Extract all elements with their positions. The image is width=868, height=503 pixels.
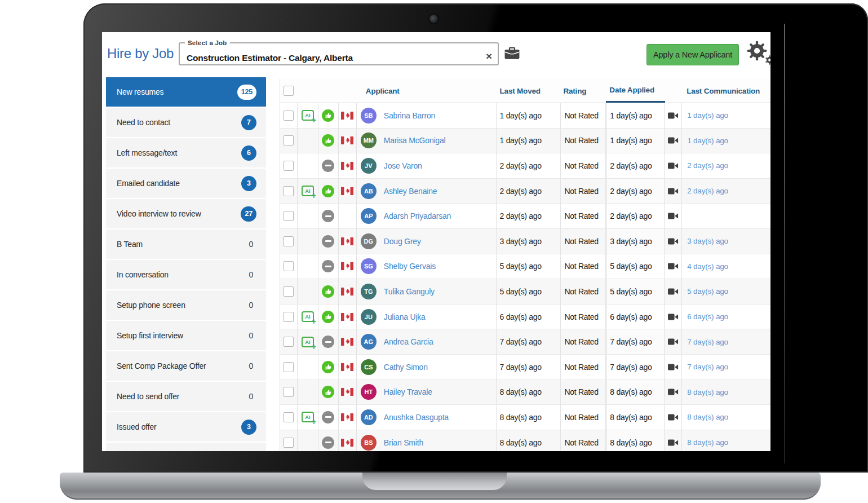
select-all-checkbox[interactable] bbox=[284, 86, 294, 96]
last-communication-link[interactable]: 4 day(s) ago bbox=[682, 262, 728, 271]
thumbs-up-icon[interactable] bbox=[322, 185, 334, 197]
applicant-name-link[interactable]: Jose Varon bbox=[384, 161, 422, 170]
row-checkbox[interactable] bbox=[284, 286, 294, 297]
last-communication-link[interactable]: 1 day(s) ago bbox=[682, 111, 728, 120]
video-camera-icon[interactable] bbox=[668, 237, 679, 245]
minus-icon[interactable] bbox=[322, 235, 334, 248]
row-checkbox[interactable] bbox=[284, 412, 294, 422]
last-communication-link[interactable]: 7 day(s) ago bbox=[682, 363, 728, 371]
last-communication-link[interactable]: 2 day(s) ago bbox=[682, 161, 728, 170]
column-header-last-moved[interactable]: Last Moved bbox=[497, 79, 561, 103]
applicant-name-link[interactable]: Andrea Garcia bbox=[384, 337, 433, 346]
applicant-name-link[interactable]: Juliana Ujka bbox=[384, 312, 426, 321]
clear-x-icon[interactable]: × bbox=[486, 51, 492, 61]
thumbs-up-icon[interactable] bbox=[322, 109, 334, 122]
row-checkbox[interactable] bbox=[284, 161, 294, 171]
thumbs-up-icon[interactable] bbox=[322, 311, 334, 323]
row-checkbox[interactable] bbox=[284, 438, 294, 448]
row-checkbox[interactable] bbox=[284, 211, 294, 221]
thumbs-up-icon[interactable] bbox=[322, 134, 334, 147]
settings-gear-icon[interactable] bbox=[747, 41, 770, 69]
applicant-name-link[interactable]: Anushka Dasgupta bbox=[384, 413, 449, 422]
ai-screening-icon[interactable]: AI+ bbox=[302, 337, 314, 347]
sidebar-item-setup-first-interview[interactable]: Setup first interview0 bbox=[106, 321, 266, 351]
minus-icon[interactable] bbox=[322, 160, 334, 172]
video-camera-icon[interactable] bbox=[668, 112, 679, 120]
apply-new-applicant-button[interactable]: Apply a New Applicant bbox=[646, 44, 739, 65]
last-communication-link[interactable]: 6 day(s) ago bbox=[682, 312, 728, 321]
sidebar-item-video-interview-to-review[interactable]: Video interview to review27 bbox=[106, 199, 266, 230]
row-checkbox[interactable] bbox=[284, 186, 294, 196]
last-communication-link[interactable]: 8 day(s) ago bbox=[682, 438, 728, 447]
last-communication-link[interactable]: 7 day(s) ago bbox=[682, 338, 728, 346]
sidebar-item-need-to-send-offer[interactable]: Need to send offer0 bbox=[106, 382, 266, 412]
applicant-name-link[interactable]: Sabrina Barron bbox=[384, 111, 435, 120]
sidebar-item-left-message-text[interactable]: Left message/text6 bbox=[106, 138, 266, 169]
ai-screening-icon[interactable]: AI+ bbox=[302, 186, 314, 196]
video-camera-icon[interactable] bbox=[668, 313, 679, 321]
job-select-value[interactable]: Construction Estimator - Calgary, Albert… bbox=[187, 53, 353, 63]
minus-icon[interactable] bbox=[322, 210, 334, 222]
sidebar-item-sent-comp-package-offer[interactable]: Sent Comp Package Offer0 bbox=[106, 351, 266, 382]
video-camera-icon[interactable] bbox=[668, 288, 679, 295]
sidebar-item-issued-offer[interactable]: Issued offer3 bbox=[106, 412, 266, 443]
applicant-name-link[interactable]: Shelby Gervais bbox=[384, 262, 436, 271]
last-communication-link[interactable]: 8 day(s) ago bbox=[682, 413, 728, 421]
row-checkbox[interactable] bbox=[284, 261, 294, 271]
row-checkbox[interactable] bbox=[284, 312, 294, 322]
ai-screening-icon[interactable]: AI+ bbox=[302, 311, 314, 322]
video-camera-icon[interactable] bbox=[668, 187, 679, 195]
thumbs-up-icon[interactable] bbox=[322, 386, 334, 398]
minus-icon[interactable] bbox=[322, 260, 334, 272]
column-header-applicant[interactable]: Applicant bbox=[357, 79, 497, 103]
video-camera-icon[interactable] bbox=[668, 413, 679, 421]
minus-icon[interactable] bbox=[322, 436, 334, 449]
video-camera-icon[interactable] bbox=[668, 363, 679, 371]
last-communication-link[interactable]: 1 day(s) ago bbox=[682, 136, 728, 145]
last-communication-link[interactable]: 5 day(s) ago bbox=[682, 287, 728, 295]
column-header-rating[interactable]: Rating bbox=[561, 79, 606, 103]
sidebar-item-new-resumes[interactable]: New resumes125 bbox=[106, 77, 266, 108]
video-camera-icon[interactable] bbox=[668, 338, 679, 346]
ai-screening-icon[interactable]: AI+ bbox=[302, 412, 314, 422]
ai-screening-icon[interactable]: AI+ bbox=[302, 110, 314, 121]
video-camera-icon[interactable] bbox=[668, 388, 679, 396]
sidebar-item-b-team[interactable]: B Team0 bbox=[106, 230, 266, 260]
last-communication-link[interactable]: 2 day(s) ago bbox=[682, 187, 728, 195]
applicant-name-link[interactable]: Tulika Ganguly bbox=[384, 287, 435, 296]
column-header-date-applied[interactable]: Date Applied bbox=[606, 79, 665, 103]
minus-icon[interactable] bbox=[322, 336, 334, 348]
thumbs-up-icon[interactable] bbox=[322, 361, 334, 373]
sidebar-item-emailed-candidate[interactable]: Emailed candidate3 bbox=[106, 169, 266, 199]
video-camera-icon[interactable] bbox=[668, 439, 679, 447]
video-camera-icon[interactable] bbox=[668, 162, 679, 170]
applicant-name-link[interactable]: Marisa McGonigal bbox=[384, 136, 446, 145]
row-checkbox[interactable] bbox=[284, 362, 294, 372]
minus-icon[interactable] bbox=[322, 411, 334, 423]
video-camera-icon[interactable] bbox=[668, 212, 679, 220]
job-select-field[interactable]: Select a Job Construction Estimator - Ca… bbox=[179, 39, 499, 65]
applicant-name-link[interactable]: Cathy Simon bbox=[384, 363, 428, 372]
table-row: SGShelby Gervais5 day(s) agoNot Rated5 d… bbox=[280, 254, 770, 280]
row-checkbox[interactable] bbox=[284, 111, 294, 121]
table-row: BSBrian Smith8 day(s) agoNot Rated8 day(… bbox=[280, 430, 770, 451]
row-checkbox[interactable] bbox=[284, 337, 294, 347]
briefcase-icon[interactable] bbox=[504, 46, 520, 60]
row-checkbox[interactable] bbox=[284, 236, 294, 246]
applicant-name-link[interactable]: Adarsh Priyadarsan bbox=[384, 211, 451, 220]
sidebar-item-setup-phone-screen[interactable]: Setup phone screen0 bbox=[106, 290, 266, 321]
applicant-name-link[interactable]: Ashley Benaine bbox=[384, 187, 437, 196]
video-camera-icon[interactable] bbox=[668, 136, 679, 144]
sidebar-item-in-conversation[interactable]: In conversation0 bbox=[106, 260, 266, 290]
thumbs-up-icon[interactable] bbox=[322, 285, 334, 298]
last-communication-link[interactable]: 8 day(s) ago bbox=[682, 388, 728, 396]
row-checkbox[interactable] bbox=[284, 387, 294, 397]
last-communication-link[interactable]: 3 day(s) ago bbox=[682, 237, 728, 245]
row-checkbox[interactable] bbox=[284, 135, 294, 145]
applicant-name-link[interactable]: Brian Smith bbox=[384, 438, 423, 447]
sidebar-item-need-to-contact[interactable]: Need to contact7 bbox=[106, 108, 266, 138]
applicant-name-link[interactable]: Doug Grey bbox=[384, 237, 421, 246]
applicant-name-link[interactable]: Hailey Travale bbox=[384, 387, 432, 396]
column-header-last-communication[interactable]: Last Communication bbox=[682, 79, 770, 103]
video-camera-icon[interactable] bbox=[668, 262, 679, 270]
